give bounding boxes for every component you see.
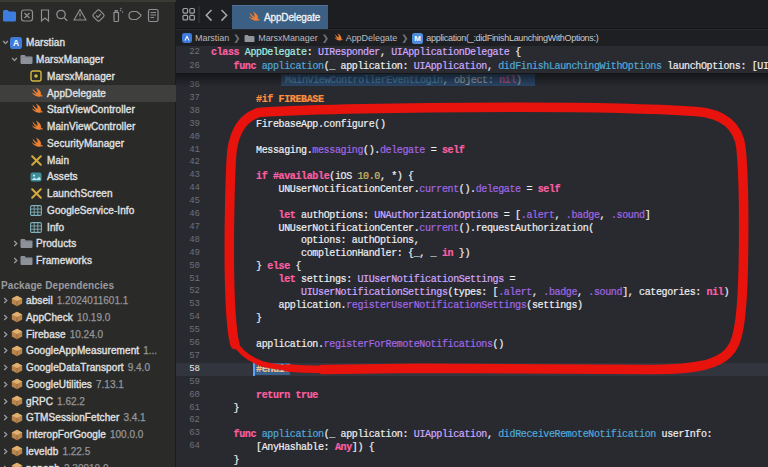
svg-text:A: A bbox=[13, 38, 19, 48]
